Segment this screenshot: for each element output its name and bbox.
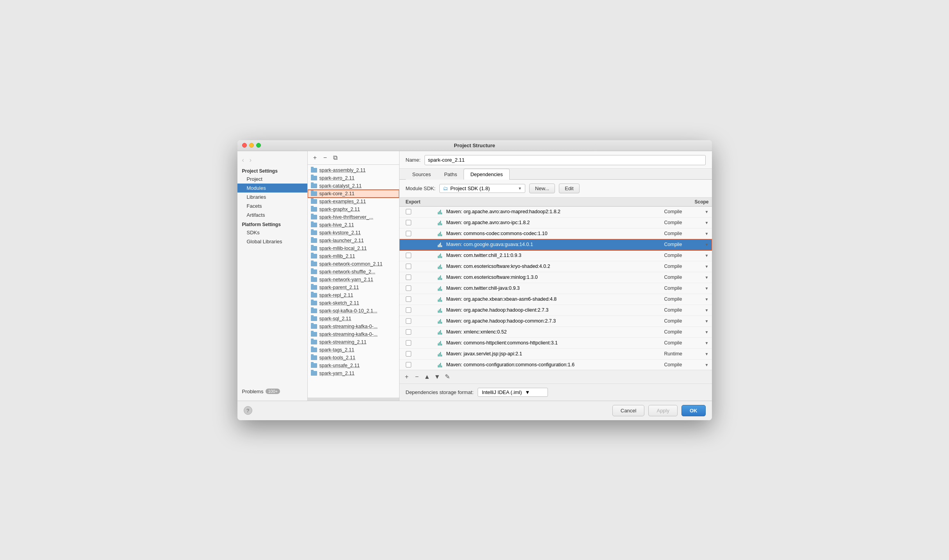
sdk-dropdown[interactable]: 🗂 Project SDK (1.8) ▼: [439, 184, 525, 193]
module-item[interactable]: spark-sketch_2.11: [308, 299, 399, 307]
dep-export-check[interactable]: [400, 231, 435, 236]
module-item[interactable]: spark-launcher_2.11: [308, 237, 399, 244]
dep-checkbox[interactable]: [406, 275, 411, 280]
remove-dep-button[interactable]: −: [413, 373, 421, 381]
dep-scope-cell[interactable]: Compile ▼: [661, 362, 712, 367]
dep-checkbox[interactable]: [406, 231, 411, 236]
sdk-new-button[interactable]: New...: [529, 184, 555, 193]
module-item[interactable]: spark-mllib_2.11: [308, 252, 399, 260]
dep-checkbox[interactable]: [406, 253, 411, 258]
dep-export-check[interactable]: [400, 296, 435, 302]
edit-dep-button[interactable]: ✎: [443, 373, 452, 381]
dep-checkbox[interactable]: [406, 296, 411, 302]
dep-row[interactable]: Maven: commons-codec:commons-codec:1.10 …: [400, 228, 712, 239]
dep-scope-cell[interactable]: Compile ▼: [661, 296, 712, 302]
module-item[interactable]: spark-repl_2.11: [308, 291, 399, 299]
sidebar-item-facets[interactable]: Facets: [237, 202, 307, 210]
remove-module-button[interactable]: −: [321, 153, 330, 162]
dep-row[interactable]: Maven: com.twitter:chill-java:0.9.3 Comp…: [400, 283, 712, 294]
module-item[interactable]: spark-network-yarn_2.11: [308, 276, 399, 284]
dep-checkbox[interactable]: [406, 340, 411, 346]
sidebar-item-project[interactable]: Project: [237, 175, 307, 184]
dep-scope-cell[interactable]: Compile ▼: [661, 242, 712, 247]
dep-row[interactable]: Maven: com.twitter:chill_2.11:0.9.3 Comp…: [400, 250, 712, 261]
move-down-dep-button[interactable]: ▼: [433, 373, 442, 381]
sdk-edit-button[interactable]: Edit: [559, 184, 579, 193]
tab-dependencies[interactable]: Dependencies: [464, 169, 509, 180]
sidebar-item-global-libraries[interactable]: Global Libraries: [237, 237, 307, 246]
sidebar-item-sdks[interactable]: SDKs: [237, 228, 307, 237]
dep-scope-cell[interactable]: Compile ▼: [661, 318, 712, 324]
module-item[interactable]: spark-catalyst_2.11: [308, 182, 399, 190]
dep-export-check[interactable]: [400, 307, 435, 313]
module-item[interactable]: spark-streaming-kafka-0-...: [308, 330, 399, 338]
dep-checkbox[interactable]: [406, 318, 411, 324]
dep-export-check[interactable]: [400, 253, 435, 258]
module-item[interactable]: spark-streaming-kafka-0-...: [308, 323, 399, 330]
module-item[interactable]: spark-kvstore_2.11: [308, 229, 399, 237]
dep-export-check[interactable]: [400, 340, 435, 346]
name-input[interactable]: [425, 155, 706, 165]
dep-row[interactable]: Maven: javax.servlet.jsp:jsp-api:2.1 Run…: [400, 349, 712, 360]
module-item[interactable]: spark-graphx_2.11: [308, 205, 399, 213]
dep-export-check[interactable]: [400, 220, 435, 225]
dep-scope-cell[interactable]: Compile ▼: [661, 285, 712, 291]
dep-checkbox[interactable]: [406, 242, 411, 247]
dep-export-check[interactable]: [400, 329, 435, 335]
add-dep-button[interactable]: +: [403, 373, 411, 381]
dep-export-check[interactable]: [400, 318, 435, 324]
dep-export-check[interactable]: [400, 351, 435, 357]
dep-checkbox[interactable]: [406, 351, 411, 357]
module-item[interactable]: spark-parent_2.11: [308, 284, 399, 291]
dep-scope-cell[interactable]: Compile ▼: [661, 253, 712, 258]
tab-paths[interactable]: Paths: [437, 169, 464, 180]
dep-checkbox[interactable]: [406, 329, 411, 335]
dep-row[interactable]: Maven: xmlenc:xmlenc:0.52 Compile ▼: [400, 327, 712, 338]
dep-scope-cell[interactable]: Compile ▼: [661, 264, 712, 269]
dep-row[interactable]: Maven: com.esotericsoftware:kryo-shaded:…: [400, 261, 712, 272]
dep-scope-cell[interactable]: Compile ▼: [661, 231, 712, 236]
add-module-button[interactable]: +: [311, 153, 319, 162]
minimize-button[interactable]: [249, 143, 254, 148]
dep-row[interactable]: Maven: org.apache.hadoop:hadoop-client:2…: [400, 305, 712, 316]
dep-row[interactable]: Maven: org.apache.avro:avro-ipc:1.8.2 Co…: [400, 218, 712, 228]
module-item[interactable]: spark-tools_2.11: [308, 354, 399, 362]
dep-scope-cell[interactable]: Compile ▼: [661, 340, 712, 346]
dep-row[interactable]: Maven: commons-configuration:commons-con…: [400, 360, 712, 370]
dep-scope-cell[interactable]: Runtime ▼: [661, 351, 712, 357]
module-item[interactable]: spark-yarn_2.11: [308, 369, 399, 377]
dep-scope-cell[interactable]: Compile ▼: [661, 220, 712, 225]
sidebar-item-libraries[interactable]: Libraries: [237, 193, 307, 202]
ok-button[interactable]: OK: [681, 405, 706, 416]
dep-checkbox[interactable]: [406, 209, 411, 214]
maximize-button[interactable]: [256, 143, 261, 148]
back-button[interactable]: ‹: [241, 156, 246, 164]
move-up-dep-button[interactable]: ▲: [423, 373, 432, 381]
module-item[interactable]: spark-hive_2.11: [308, 221, 399, 229]
dep-row[interactable]: Maven: org.apache.xbean:xbean-asm6-shade…: [400, 294, 712, 305]
dep-export-check[interactable]: [400, 275, 435, 280]
dep-checkbox[interactable]: [406, 362, 411, 367]
problems-section[interactable]: Problems 100+: [237, 385, 307, 398]
module-item[interactable]: spark-streaming_2.11: [308, 338, 399, 346]
dep-export-check[interactable]: [400, 362, 435, 367]
tab-sources[interactable]: Sources: [406, 169, 438, 180]
module-item[interactable]: spark-network-shuffle_2...: [308, 268, 399, 276]
module-item[interactable]: spark-unsafe_2.11: [308, 362, 399, 369]
module-item[interactable]: spark-avro_2.11: [308, 174, 399, 182]
dep-row[interactable]: Maven: com.google.guava:guava:14.0.1 Com…: [400, 239, 712, 250]
module-item[interactable]: spark-mllib-local_2.11: [308, 244, 399, 252]
dep-row[interactable]: Maven: commons-httpclient:commons-httpcl…: [400, 338, 712, 349]
apply-button[interactable]: Apply: [648, 405, 678, 416]
dep-export-check[interactable]: [400, 285, 435, 291]
dep-export-check[interactable]: [400, 264, 435, 269]
module-item[interactable]: spark-tags_2.11: [308, 346, 399, 354]
dep-row[interactable]: Maven: org.apache.hadoop:hadoop-common:2…: [400, 316, 712, 327]
module-item[interactable]: spark-sql_2.11: [308, 315, 399, 323]
help-button[interactable]: ?: [244, 406, 252, 415]
dep-checkbox[interactable]: [406, 220, 411, 225]
module-item[interactable]: spark-sql-kafka-0-10_2.1...: [308, 307, 399, 315]
dep-export-check[interactable]: [400, 209, 435, 214]
sidebar-item-artifacts[interactable]: Artifacts: [237, 210, 307, 219]
module-item[interactable]: spark-examples_2.11: [308, 198, 399, 205]
